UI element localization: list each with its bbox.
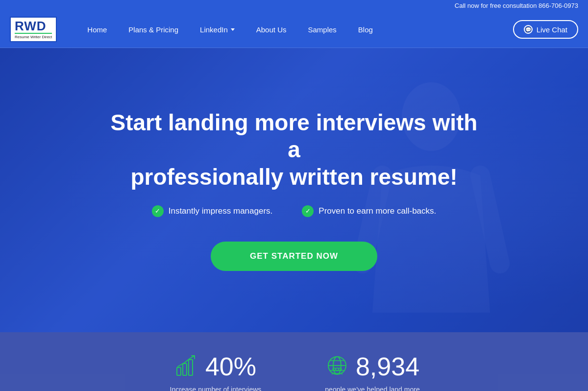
live-chat-button[interactable]: 💬 Live Chat (513, 20, 578, 39)
stat-1-label: Increase number of interviews you sit by… (167, 385, 265, 391)
hero-feature-1: ✓ Instantly impress managers. (152, 205, 273, 217)
stat-2-number: 8,934 (356, 352, 419, 381)
stat-2-top: 8,934 (325, 352, 419, 381)
hero-feature-1-text: Instantly impress managers. (169, 206, 273, 216)
hero-section: Start landing more interviews with a pro… (0, 48, 588, 332)
stat-interviews: 40% Increase number of interviews you si… (167, 352, 265, 391)
nav-home[interactable]: Home (76, 11, 118, 48)
nav-links: Home Plans & Pricing LinkedIn About Us S… (76, 11, 513, 48)
top-bar: Call now for free consultation 866-706-0… (0, 0, 588, 11)
stats-bar: 40% Increase number of interviews you si… (0, 332, 588, 391)
chevron-down-icon (231, 28, 235, 31)
svg-rect-1 (177, 367, 181, 375)
navbar: RWD Resume Writer Direct Home Plans & Pr… (0, 11, 588, 48)
chat-bubble-icon: 💬 (524, 25, 533, 34)
globe-people-icon (325, 354, 349, 379)
hero-feature-2: ✓ Proven to earn more call-backs. (302, 205, 436, 217)
nav-blog[interactable]: Blog (347, 11, 384, 48)
chart-icon (175, 354, 198, 379)
nav-samples[interactable]: Samples (297, 11, 347, 48)
stat-1-number: 40% (205, 352, 256, 381)
nav-about[interactable]: About Us (245, 11, 297, 48)
stat-1-top: 40% (175, 352, 256, 381)
stat-people: 8,934 people we've helped land more inte… (323, 352, 421, 391)
stat-2-label: people we've helped land more interviews… (323, 385, 421, 391)
logo-subtitle: Resume Writer Direct (15, 33, 52, 39)
check-icon-2: ✓ (302, 205, 314, 217)
svg-rect-2 (183, 364, 187, 375)
nav-plans[interactable]: Plans & Pricing (118, 11, 189, 48)
get-started-button[interactable]: GET STARTED NOW (211, 242, 377, 271)
top-bar-text: Call now for free consultation 866-706-0… (455, 2, 578, 9)
nav-linkedin[interactable]: LinkedIn (189, 11, 245, 48)
check-icon-1: ✓ (152, 205, 164, 217)
logo[interactable]: RWD Resume Writer Direct (10, 17, 57, 42)
hero-title: Start landing more interviews with a pro… (103, 109, 485, 191)
hero-feature-2-text: Proven to earn more call-backs. (318, 206, 436, 216)
hero-features: ✓ Instantly impress managers. ✓ Proven t… (103, 205, 485, 217)
hero-content: Start landing more interviews with a pro… (93, 80, 495, 300)
logo-rwd: RWD (15, 20, 52, 32)
live-chat-label: Live Chat (537, 25, 567, 34)
svg-rect-3 (189, 360, 193, 375)
